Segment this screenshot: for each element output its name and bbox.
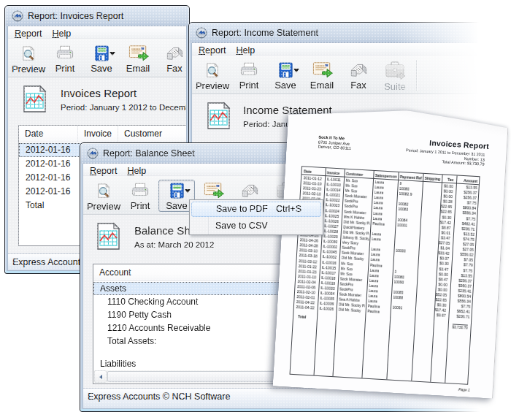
preview-icon: [20, 44, 37, 64]
email-label: Email: [310, 80, 334, 91]
paper-cell: $236.71: [456, 314, 469, 320]
menubar: Report Help: [192, 43, 494, 56]
report-header: Invoices Report Period: January 1 2012 t…: [8, 77, 186, 125]
print-icon: [131, 181, 150, 200]
preview-button[interactable]: Preview: [194, 59, 231, 91]
save-dropdown-arrow[interactable]: [110, 52, 115, 56]
column-date[interactable]: Date: [19, 126, 77, 142]
fax-button[interactable]: Fax: [156, 42, 186, 75]
report-chart-icon-holder: [94, 222, 123, 251]
report-chart-icon-holder: [20, 85, 49, 113]
print-label: Print: [55, 63, 75, 74]
paper-column-salesperson: Salesperson: [375, 173, 397, 179]
menu-report[interactable]: Report: [83, 166, 123, 176]
email-label: Email: [126, 63, 150, 74]
preview-button[interactable]: Preview: [10, 42, 47, 75]
save-button[interactable]: Save: [83, 42, 120, 75]
paper-cell: 2011-04-22: [296, 305, 315, 310]
save-dropdown-arrow[interactable]: [185, 189, 191, 193]
window-icon-holder: [12, 10, 23, 22]
titlebar-invoices[interactable]: Report: Invoices Report: [5, 6, 189, 26]
window-title: Report: Income Statement: [212, 28, 318, 38]
menu-report[interactable]: Report: [192, 45, 231, 56]
save-button[interactable]: Save: [267, 59, 304, 91]
report-chart-icon-holder: [204, 102, 233, 130]
menu-item-label: Save to CSV: [215, 221, 268, 231]
print-button[interactable]: Print: [231, 59, 267, 91]
save-dropdown-menu: Save to PDF Ctrl+S Save to CSV: [189, 199, 323, 235]
toolbar: Preview Print Save: [8, 39, 186, 77]
paper-cell: Paulina: [367, 309, 380, 315]
fax-icon: [349, 61, 369, 80]
paper-right-edge: [492, 126, 509, 398]
titlebar-income[interactable]: Report: Income Statement: [189, 23, 497, 43]
paper-sheet: Sock It To Me 8705 Juniper Ave Denver, C…: [273, 103, 510, 399]
paper-table-total-label: Total: [298, 315, 306, 319]
preview-label: Preview: [12, 64, 45, 75]
suite-button[interactable]: Suite: [377, 59, 413, 91]
fax-label: Fax: [166, 63, 182, 74]
fax-label: Fax: [350, 80, 366, 91]
paper-cell: IL-10026: [319, 306, 334, 312]
preview-label: Preview: [87, 201, 120, 212]
scroll-left-button[interactable]: [94, 370, 107, 383]
paper-column-customer: Customer: [346, 172, 364, 177]
paper-column-date: Date: [304, 169, 312, 174]
paper-column-payment-ref: Payment Ref: [400, 175, 423, 180]
paper-column-tax: Tax: [447, 177, 454, 182]
report-heading: Invoices Report: [61, 87, 137, 99]
menu-help[interactable]: Help: [231, 45, 261, 56]
preview-icon: [95, 181, 112, 201]
paper-column-amount: Amount: [464, 178, 477, 183]
menu-item-save-to-pdf[interactable]: Save to PDF Ctrl+S: [191, 202, 321, 217]
save-dropdown-arrow[interactable]: [293, 69, 299, 72]
email-button[interactable]: Email: [120, 42, 156, 75]
menu-item-label: Save to PDF: [216, 204, 268, 214]
menubar: Report Help: [8, 26, 186, 39]
suite-icon: [384, 61, 406, 81]
paper-table-rows: 2011-01-12IL-10011Mr. SoxLaura9$0.00$13.…: [294, 175, 479, 320]
menu-help[interactable]: Help: [47, 28, 77, 39]
column-customer[interactable]: Customer: [118, 126, 186, 142]
print-label: Print: [131, 200, 150, 211]
window-title: Report: Invoices Report: [28, 11, 123, 21]
email-icon: [311, 61, 334, 80]
save-icon: [95, 44, 109, 63]
menu-item-shortcut: Ctrl+S: [276, 204, 301, 214]
print-icon: [55, 44, 74, 63]
window-icon-holder: [87, 148, 99, 159]
preview-label: Preview: [196, 80, 229, 91]
menu-item-save-to-csv[interactable]: Save to CSV: [191, 218, 321, 234]
print-icon: [239, 61, 258, 80]
window-icon: [12, 10, 23, 22]
email-button[interactable]: Email: [304, 59, 340, 91]
preview-icon: [204, 61, 221, 80]
toolbar-separator: [416, 60, 417, 91]
column-invoice[interactable]: Invoice: [77, 126, 118, 142]
print-button[interactable]: Print: [47, 42, 83, 75]
window-title: Report: Balance Sheet: [103, 148, 195, 159]
menu-report[interactable]: Report: [8, 28, 47, 39]
preview-button[interactable]: Preview: [85, 180, 122, 212]
paper-column-invoice: Invoice: [327, 170, 340, 175]
list-header: Date Invoice Customer: [19, 126, 186, 142]
report-chart-icon: [20, 85, 49, 113]
paper-column-shipping: Shipping: [425, 176, 441, 181]
email-icon: [202, 181, 225, 200]
desktop: Report: Invoices Report Report Help Prev…: [0, 0, 511, 420]
window-icon: [87, 148, 99, 159]
paper-table-total-value: $3,730.79: [452, 324, 468, 329]
fax-button[interactable]: Fax: [340, 59, 377, 91]
report-subheading: As at: March 20 2012: [134, 240, 214, 249]
menu-help[interactable]: Help: [123, 166, 152, 176]
save-label: Save: [91, 63, 112, 74]
paper-cell: $9.67: [437, 313, 446, 318]
print-button[interactable]: Print: [122, 180, 158, 212]
printed-invoices-report: Sock It To Me 8705 Juniper Ave Denver, C…: [288, 103, 509, 386]
paper-cell: 9: [399, 181, 402, 186]
window-icon: [196, 27, 207, 39]
print-label: Print: [239, 80, 259, 91]
report-chart-icon: [204, 102, 233, 130]
fax-icon: [165, 44, 185, 63]
suite-label: Suite: [384, 81, 406, 92]
